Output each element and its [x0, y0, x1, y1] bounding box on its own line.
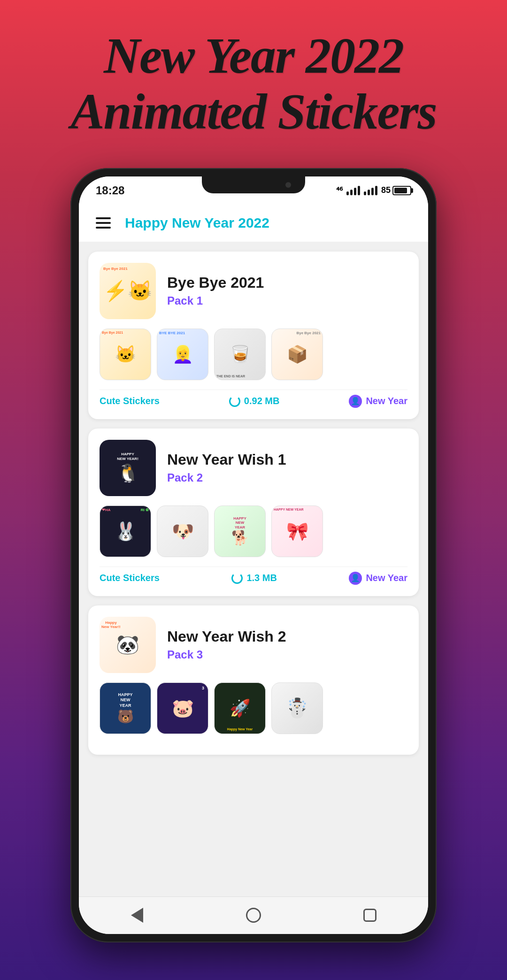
pack3-name: New Year Wish 2	[167, 628, 407, 645]
battery-container: 85	[381, 185, 411, 195]
pack3-thumb-1[interactable]: HAPPYNEWYEAR 🐻	[100, 682, 151, 734]
recent-button[interactable]	[358, 903, 382, 927]
pack1-thumb-4[interactable]: Bye Bye 2021 📦	[271, 329, 323, 380]
pack1-main-thumb: Bye Bye 2021 ⚡🐱	[100, 263, 156, 319]
pack1-author: New Year	[366, 396, 407, 406]
pack2-author: New Year	[366, 573, 407, 583]
status-icons: ⁴⁶	[336, 185, 411, 196]
download-icon-1	[229, 396, 240, 407]
p1t1-label: Bye Bye 2021	[102, 331, 123, 334]
header-title: Happy New Year 2022	[125, 215, 269, 231]
p3t2-emoji: 🐷	[172, 698, 194, 719]
pack1-thumb-emoji: ⚡🐱	[103, 281, 152, 301]
pack1-thumb-3[interactable]: THE END IS NEAR 🥃	[214, 329, 266, 380]
pack3-thumb-4[interactable]: ☃️	[271, 682, 323, 734]
pack2-thumbnails: ❤HA RI ✿ 🐰 🐶	[100, 505, 407, 557]
pack2-author-container: 👤 New Year	[349, 572, 407, 585]
pack1-category: Cute Stickers	[100, 396, 160, 406]
nav-bar	[79, 896, 428, 934]
hamburger-line-3	[96, 227, 111, 229]
p1t3-emoji: 🥃	[230, 345, 251, 364]
p1t1-emoji: 🐱	[115, 345, 136, 364]
wbar2	[368, 190, 370, 195]
bar3	[354, 188, 356, 195]
pack3-thumb-emoji: 🐼	[116, 634, 139, 656]
home-icon	[246, 908, 261, 923]
author-icon-symbol-2: 👤	[351, 574, 360, 582]
p3t1-emoji: 🐻	[117, 709, 134, 724]
sticker-pack-1[interactable]: Bye Bye 2021 ⚡🐱 Bye Bye 2021 Pack 1	[88, 252, 419, 419]
download-icon-2	[231, 573, 243, 584]
pack2-header: HAPPYNEW YEAR! 🐧 New Year Wish 1 Pack 2	[100, 440, 407, 496]
author-icon-2: 👤	[349, 572, 362, 585]
pack3-thumb-2[interactable]: 3 🐷	[157, 682, 208, 734]
p1t3-label: THE END IS NEAR	[216, 375, 245, 378]
pack2-category: Cute Stickers	[100, 573, 160, 583]
pack1-thumb-content: Bye Bye 2021 ⚡🐱	[100, 263, 156, 319]
pack3-thumb-3[interactable]: Happy New Year 🚀	[214, 682, 266, 734]
pack1-thumb-label: Bye Bye 2021	[103, 267, 128, 271]
p1t4-label: Bye Bye 2021	[296, 331, 321, 335]
sticker-pack-2[interactable]: HAPPYNEW YEAR! 🐧 New Year Wish 1 Pack 2	[88, 429, 419, 596]
pack3-main-thumb: HappyNew Year!! 🐼	[100, 617, 156, 673]
app-header: Happy New Year 2022	[79, 205, 428, 242]
pack1-thumb-1[interactable]: Bye Bye 2021 🐱	[100, 329, 151, 380]
pack1-size-container: 0.92 MB	[229, 396, 280, 407]
p2t3-emoji: 🐕	[231, 529, 249, 546]
back-button[interactable]	[125, 903, 149, 927]
pack3-label: Pack 3	[167, 648, 407, 661]
p3t3-text: Happy New Year	[216, 727, 263, 731]
pack3-thumb-text: HappyNew Year!!	[101, 620, 121, 629]
phone-screen: 18:28 ⁴⁶	[79, 176, 428, 934]
bar2	[350, 190, 353, 195]
p1t4-emoji: 📦	[287, 345, 308, 364]
p3t4-emoji: ☃️	[285, 697, 309, 719]
p1t2-label: BYE BYE 2021	[159, 331, 185, 335]
signal-icon: ⁴⁶	[336, 185, 343, 196]
pack2-thumb-3[interactable]: HAPPYNEWYEAR 🐕	[214, 505, 266, 557]
pack2-name: New Year Wish 1	[167, 451, 407, 468]
pack1-size: 0.92 MB	[244, 396, 280, 406]
notch-dot	[285, 182, 291, 188]
pack2-main-thumb: HAPPYNEW YEAR! 🐧	[100, 440, 156, 496]
hamburger-line-1	[96, 217, 111, 219]
menu-button[interactable]	[96, 217, 111, 229]
sticker-pack-3[interactable]: HappyNew Year!! 🐼 New Year Wish 2 Pack 3	[88, 605, 419, 755]
pack1-footer: Cute Stickers 0.92 MB 👤 New Year	[100, 390, 407, 408]
bar4	[358, 186, 360, 195]
pack2-thumb-emoji: 🐧	[117, 463, 139, 483]
p3t2-text: 3	[202, 686, 204, 690]
battery-icon	[392, 186, 411, 195]
pack3-header: HappyNew Year!! 🐼 New Year Wish 2 Pack 3	[100, 617, 407, 673]
pack2-thumb-2[interactable]: 🐶	[157, 505, 208, 557]
pack1-thumb-2[interactable]: BYE BYE 2021 👱‍♀️	[157, 329, 208, 380]
pack2-thumb-1[interactable]: ❤HA RI ✿ 🐰	[100, 505, 151, 557]
pack2-size: 1.3 MB	[246, 573, 277, 583]
author-icon-1: 👤	[349, 395, 362, 408]
wbar1	[364, 191, 366, 195]
p2t4-emoji: 🎀	[286, 521, 308, 542]
recent-icon	[363, 909, 376, 922]
pack1-header: Bye Bye 2021 ⚡🐱 Bye Bye 2021 Pack 1	[100, 263, 407, 319]
p1t2-emoji: 👱‍♀️	[172, 345, 193, 364]
author-icon-symbol-1: 👤	[351, 397, 360, 406]
pack3-thumbnails: HAPPYNEWYEAR 🐻 3 🐷	[100, 682, 407, 734]
status-bar: 18:28 ⁴⁶	[79, 176, 428, 205]
wbar4	[375, 186, 377, 195]
pack2-size-container: 1.3 MB	[231, 573, 277, 584]
main-content[interactable]: Bye Bye 2021 ⚡🐱 Bye Bye 2021 Pack 1	[79, 242, 428, 896]
status-time: 18:28	[96, 184, 124, 197]
home-button[interactable]	[242, 903, 265, 927]
bar1	[346, 191, 349, 195]
p2t3-text: HAPPYNEWYEAR	[233, 516, 246, 530]
back-icon	[131, 908, 143, 923]
p2t2-emoji: 🐶	[172, 521, 194, 542]
pack1-author-container: 👤 New Year	[349, 395, 407, 408]
p3t1-text: HAPPYNEWYEAR	[118, 692, 132, 709]
pack2-thumb-4[interactable]: HAPPY NEW YEAR 🎀	[271, 505, 323, 557]
pack2-label: Pack 2	[167, 471, 407, 484]
app-title-section: New Year 2022 Animated Stickers	[42, 28, 464, 140]
p2t1-ha: ❤HA	[102, 508, 111, 512]
pack2-footer: Cute Stickers 1.3 MB 👤 New Year	[100, 567, 407, 585]
wifi-bars	[364, 186, 377, 195]
